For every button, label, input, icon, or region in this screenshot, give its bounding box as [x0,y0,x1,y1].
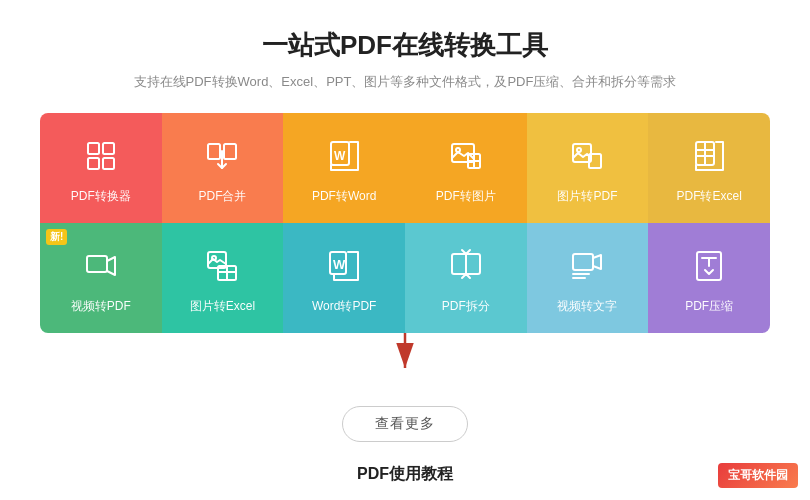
pdf-to-excel-icon [685,132,733,180]
tool-label: 图片转Excel [190,298,255,315]
svg-text:W: W [334,149,346,163]
svg-text:W: W [333,257,346,272]
tools-grid: PDF转换器 PDF合并 W PDF转Word [40,113,770,333]
more-button[interactable]: 查看更多 [342,406,468,442]
watermark: 宝哥软件园 [718,463,798,488]
pdf-to-image-icon [442,132,490,180]
tool-label: PDF转图片 [436,188,496,205]
svg-rect-1 [103,143,114,154]
tool-label: 图片转PDF [557,188,617,205]
tool-pdf-to-excel[interactable]: PDF转Excel [648,113,770,223]
word-to-pdf-icon: W [320,242,368,290]
tool-pdf-compress[interactable]: PDF压缩 [648,223,770,333]
svg-rect-5 [224,144,236,159]
tool-label: PDF转Word [312,188,376,205]
svg-rect-0 [88,143,99,154]
video-to-text-icon [563,242,611,290]
svg-rect-21 [87,256,107,272]
tool-label: PDF拆分 [442,298,490,315]
pdf-converter-icon [77,132,125,180]
pdf-to-word-icon: W [320,132,368,180]
image-to-excel-icon [198,242,246,290]
svg-point-15 [577,148,581,152]
tool-pdf-to-image[interactable]: PDF转图片 [405,113,527,223]
svg-rect-4 [208,144,220,159]
svg-rect-3 [103,158,114,169]
bottom-title: PDF使用教程 [357,464,453,485]
image-to-pdf-icon [563,132,611,180]
arrow-svg [375,333,435,378]
tool-label: PDF转Excel [676,188,741,205]
sub-title: 支持在线PDF转换Word、Excel、PPT、图片等多种文件格式，及PDF压缩… [134,73,677,91]
tool-label: 视频转PDF [71,298,131,315]
video-to-pdf-icon [77,242,125,290]
tool-video-to-text[interactable]: 视频转文字 [527,223,649,333]
arrow-container [40,333,770,378]
svg-rect-2 [88,158,99,169]
pdf-merge-icon [198,132,246,180]
tool-label: PDF压缩 [685,298,733,315]
tool-pdf-converter[interactable]: PDF转换器 [40,113,162,223]
pdf-split-icon [442,242,490,290]
pdf-compress-icon [685,242,733,290]
tool-image-to-pdf[interactable]: 图片转PDF [527,113,649,223]
tool-label: PDF合并 [198,188,246,205]
tool-label: PDF转换器 [71,188,131,205]
svg-rect-31 [573,254,593,270]
tool-pdf-split[interactable]: PDF拆分 [405,223,527,333]
tool-label: 视频转文字 [557,298,617,315]
tool-image-to-excel[interactable]: 图片转Excel [162,223,284,333]
main-title: 一站式PDF在线转换工具 [262,28,548,63]
tool-video-to-pdf[interactable]: 新! 视频转PDF [40,223,162,333]
tool-word-to-pdf[interactable]: W Word转PDF [283,223,405,333]
tool-pdf-to-word[interactable]: W PDF转Word [283,113,405,223]
tool-label: Word转PDF [312,298,376,315]
tool-pdf-merge[interactable]: PDF合并 [162,113,284,223]
new-badge: 新! [46,229,67,245]
